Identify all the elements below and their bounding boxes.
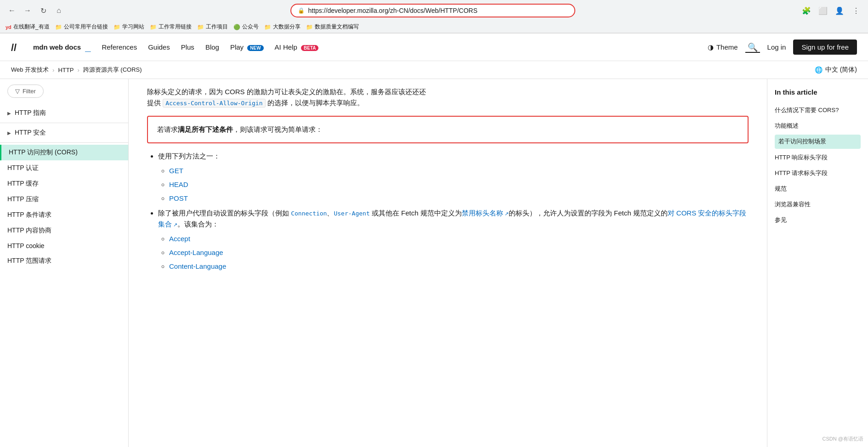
nav-ai-help[interactable]: AI Help BETA: [275, 43, 319, 51]
toc-item-see-also[interactable]: 参见: [775, 213, 861, 227]
filter-button[interactable]: ▽ Filter: [7, 85, 44, 98]
sidebar-item-http-compress[interactable]: HTTP 压缩: [0, 192, 128, 207]
login-button[interactable]: Log in: [767, 43, 786, 51]
mdn-header: // mdn web docs _ References Guides Plus…: [0, 34, 868, 61]
search-underline: 🔍: [745, 42, 760, 53]
toc-item-overview[interactable]: 功能概述: [775, 119, 861, 133]
menu-button[interactable]: ⋮: [850, 4, 862, 17]
signup-button[interactable]: Sign up for free: [793, 40, 857, 55]
browser-toolbar: ← → ↻ ⌂ 🔒 🧩 ⬜ 👤 ⋮: [0, 0, 868, 21]
reload-button[interactable]: ↻: [37, 4, 50, 17]
bookmarks-bar: yd 在线翻译_有道 📁 公司常用平台链接 📁 学习网站 📁 工作常用链接 📁 …: [0, 21, 868, 33]
breadcrumb: Web 开发技术 › HTTP › 跨源资源共享 (CORS) 🌐 中文 (简体…: [0, 61, 868, 79]
theme-label: Theme: [716, 43, 738, 51]
header-accept-language: Accept-Language: [169, 247, 749, 258]
sidebar-item-http-negotiation[interactable]: HTTP 内容协商: [0, 223, 128, 238]
mdn-nav: References Guides Plus Blog Play NEW AI …: [102, 43, 696, 51]
nav-blog[interactable]: Blog: [205, 43, 219, 51]
simple-request-highlight: 若请求满足所有下述条件，则该请求可视为简单请求：: [147, 116, 749, 143]
toc-title: In this article: [775, 88, 861, 96]
list-item-headers: 除了被用户代理自动设置的标头字段（例如 Connection、User-Agen…: [158, 208, 749, 272]
nav-plus[interactable]: Plus: [181, 43, 194, 51]
language-selector[interactable]: 🌐 中文 (简体): [815, 66, 857, 74]
sidebar-item-http-cookie[interactable]: HTTP cookie: [0, 238, 128, 253]
accept-language-link[interactable]: Accept-Language: [169, 249, 223, 256]
svg-text://: //: [11, 42, 17, 53]
sidebar-item-http-range[interactable]: HTTP 范围请求: [0, 253, 128, 269]
url-input[interactable]: [308, 7, 568, 14]
toc-item-request-headers[interactable]: HTTP 请求标头字段: [775, 166, 861, 180]
theme-icon: ◑: [708, 43, 714, 51]
bookmark-label: 工作项目: [206, 23, 228, 31]
method-head: HEAD: [169, 179, 749, 190]
profile-button[interactable]: 👤: [833, 4, 846, 17]
method-get: GET: [169, 165, 749, 176]
sidebar: ▽ Filter HTTP 指南 HTTP 安全 HTTP 访问控制 (CORS…: [0, 79, 129, 447]
search-button[interactable]: 🔍: [745, 40, 760, 55]
method-post: POST: [169, 193, 749, 204]
mdn-logo-underscore: _: [85, 41, 91, 53]
bookmark-dataquality[interactable]: 📁 数据质量文档编写: [306, 23, 359, 31]
divider: [0, 142, 128, 143]
globe-icon: 🌐: [815, 66, 823, 74]
bookmark-bigdata[interactable]: 📁 大数据分享: [264, 23, 301, 31]
sidebar-item-http-cache[interactable]: HTTP 缓存: [0, 176, 128, 192]
nav-references[interactable]: References: [102, 43, 137, 51]
forbidden-headers-link[interactable]: 禁用标头名称: [462, 209, 509, 217]
header-content-language: Content-Language: [169, 261, 749, 272]
nav-play[interactable]: Play NEW: [230, 43, 264, 51]
bookmark-work-links[interactable]: 📁 工作常用链接: [150, 23, 192, 31]
header-right: ◑ Theme 🔍 Log in Sign up for free: [708, 40, 857, 55]
head-link[interactable]: HEAD: [169, 181, 188, 188]
sidebar-item-http-guide[interactable]: HTTP 指南: [0, 105, 128, 121]
sidebar-item-http-auth[interactable]: HTTP 认证: [0, 160, 128, 176]
header-text-1: 除了被用户代理自动设置的标头字段（例如: [158, 209, 291, 217]
accept-link[interactable]: Accept: [169, 235, 190, 243]
useragent-link[interactable]: User-Agent: [334, 210, 369, 217]
highlight-suffix: ，则该请求可视为简单请求：: [233, 125, 323, 133]
bookmark-company[interactable]: 📁 公司常用平台链接: [55, 23, 108, 31]
access-control-link[interactable]: Access-Control-Allow-Origin: [163, 99, 265, 108]
article-content: 除标头定义的请求，因为 CORS 的激励力可让表头定义的激励在。系统，服务器应该…: [129, 79, 767, 447]
back-button[interactable]: ←: [6, 4, 18, 17]
content-language-link[interactable]: Content-Language: [169, 262, 226, 270]
post-link[interactable]: POST: [169, 194, 188, 202]
bookmark-wechat[interactable]: 🟢 公众号: [233, 23, 259, 31]
toc-item-what-is-cors[interactable]: 什么情况下需要 CORS?: [775, 103, 861, 117]
theme-button[interactable]: ◑ Theme: [708, 43, 738, 51]
bookmark-youdao[interactable]: yd 在线翻译_有道: [6, 23, 50, 31]
bookmark-learn[interactable]: 📁 学习网站: [113, 23, 144, 31]
breadcrumb-webtech[interactable]: Web 开发技术: [11, 66, 49, 74]
folder-icon: 📁: [264, 24, 271, 30]
sidebar-item-cors[interactable]: HTTP 访问控制 (CORS): [0, 145, 128, 160]
wechat-icon: 🟢: [233, 24, 240, 30]
lang-label: 中文 (简体): [825, 66, 857, 74]
bookmark-label: 公众号: [242, 23, 259, 31]
intro-text-2: 提供: [147, 99, 163, 107]
sidebar-item-http-security[interactable]: HTTP 安全: [0, 125, 128, 141]
bookmark-label: 公司常用平台链接: [64, 23, 108, 31]
address-bar[interactable]: 🔒: [290, 4, 575, 17]
forward-button[interactable]: →: [21, 4, 34, 17]
highlight-prefix: 若请求: [157, 125, 178, 133]
folder-icon: 📁: [197, 24, 204, 30]
connection-link[interactable]: Connection: [291, 210, 327, 217]
header-text-4: 。该集合为：: [177, 220, 219, 228]
toc-item-spec[interactable]: 规范: [775, 182, 861, 196]
extensions-button[interactable]: 🧩: [800, 4, 813, 17]
header-text-2: 或其他在 Fetch 规范中定义为: [370, 209, 462, 217]
toc-item-response-headers[interactable]: HTTP 响应标头字段: [775, 151, 861, 164]
get-link[interactable]: GET: [169, 167, 183, 175]
bookmark-work-project[interactable]: 📁 工作项目: [197, 23, 228, 31]
breadcrumb-http[interactable]: HTTP: [58, 67, 74, 74]
mdn-logo-text: mdn web docs: [33, 43, 81, 51]
breadcrumb-sep-2: ›: [77, 67, 79, 74]
nav-guides[interactable]: Guides: [148, 43, 170, 51]
separator-1: 、: [327, 209, 334, 217]
window-button[interactable]: ⬜: [817, 4, 829, 17]
home-button[interactable]: ⌂: [52, 4, 65, 17]
sidebar-item-http-conditional[interactable]: HTTP 条件请求: [0, 207, 128, 223]
toc-item-scenarios[interactable]: 若干访问控制场景: [775, 135, 861, 148]
toc-item-compat[interactable]: 浏览器兼容性: [775, 198, 861, 211]
mdn-logo[interactable]: // mdn web docs _: [11, 41, 91, 54]
